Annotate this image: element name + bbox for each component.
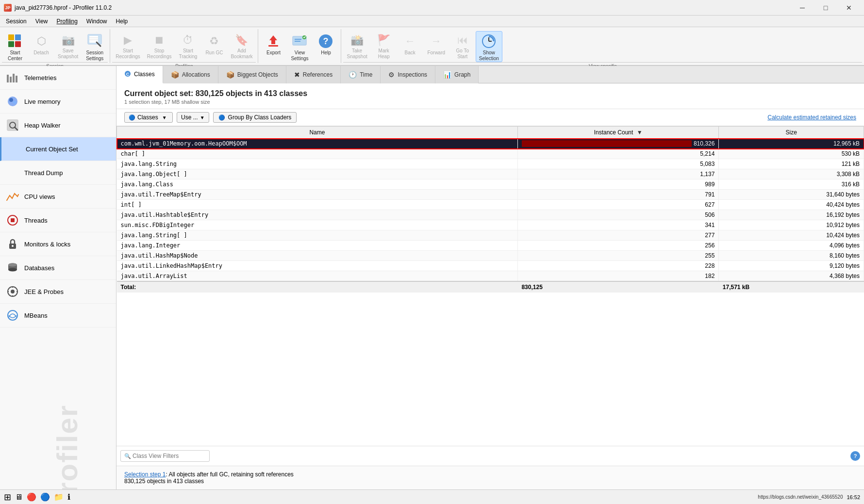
telemetries-icon (6, 71, 19, 84)
sidebar-item-cpu-views[interactable]: CPU views (0, 185, 116, 209)
sidebar-item-heap-walker[interactable]: Heap Walker (0, 114, 116, 137)
tab-references[interactable]: ✖ References (286, 66, 341, 83)
detach-button[interactable]: ⬡ Detach (28, 31, 54, 62)
start-tracking-icon: ⏱ (180, 33, 196, 47)
col-instance-count[interactable]: Instance Count ▼ (517, 127, 718, 139)
table-row[interactable]: java.util.LinkedHashMap$Entry2289,120 by… (117, 261, 864, 271)
export-button[interactable]: Export (260, 31, 286, 62)
sidebar-live-memory-label: Live memory (24, 98, 60, 105)
show-selection-button[interactable]: ShowSelection (476, 31, 502, 62)
table-cell-size: 31,640 bytes (719, 190, 864, 200)
sidebar-item-databases[interactable]: Databases (0, 256, 116, 280)
sidebar-item-monitors-locks[interactable]: Monitors & locks (0, 232, 116, 256)
sidebar-item-live-memory[interactable]: Live memory (0, 90, 116, 114)
table-cell-name: com.wml.jvm_01Memory.oom.HeapOOM$OOM (117, 139, 518, 149)
svg-rect-21 (13, 74, 15, 82)
taskbar-icon-4[interactable]: 📁 (54, 492, 64, 502)
table-row[interactable]: java.lang.Integer2564,096 bytes (117, 241, 864, 251)
table-row[interactable]: java.util.TreeMap$Entry79131,640 bytes (117, 190, 864, 200)
filter-help-button[interactable]: ? (850, 451, 860, 461)
status-bar: ⊞ 🖥 🔴 🔵 📁 ℹ https://blogs.csdn.net/weixi… (0, 489, 864, 504)
view-settings-button[interactable]: ViewSettings (286, 31, 313, 62)
classes-filter-select[interactable]: 🔵 Classes ▼ (124, 112, 173, 123)
add-bookmark-button[interactable]: 🔖 AddBookmark (227, 31, 256, 62)
session-settings-button[interactable]: SessionSettings (82, 31, 108, 62)
table-row[interactable]: int[ ]62740,424 bytes (117, 200, 864, 210)
table-row[interactable]: java.lang.String5,083121 kB (117, 159, 864, 169)
sidebar-item-thread-dump[interactable]: Thread Dump (0, 161, 116, 185)
tab-classes[interactable]: C Classes (116, 66, 163, 83)
run-gc-button[interactable]: ♻ Run GC (201, 31, 227, 62)
menu-view[interactable]: View (32, 17, 52, 26)
close-button[interactable]: ✕ (838, 0, 860, 16)
col-size[interactable]: Size (719, 127, 864, 139)
menu-profiling[interactable]: Profiling (53, 17, 82, 26)
taskbar-icon-3[interactable]: 🔵 (40, 492, 50, 502)
menu-session[interactable]: Session (2, 17, 31, 26)
use-filter-button[interactable]: Use ... ▼ (177, 112, 209, 123)
start-center-icon (7, 33, 23, 49)
menu-help[interactable]: Help (112, 17, 132, 26)
mark-heap-button[interactable]: 🚩 MarkHeap (371, 31, 397, 62)
heap-walker-icon (6, 118, 19, 132)
class-view-filters-input[interactable] (120, 450, 210, 462)
back-button[interactable]: ← Back (397, 31, 423, 62)
table-row[interactable]: java.util.HashMap$Node2558,160 bytes (117, 251, 864, 261)
minimize-button[interactable]: ─ (791, 0, 814, 16)
help-button[interactable]: ? Help (313, 31, 339, 62)
take-snapshot-icon: 📸 (349, 33, 365, 47)
tab-biggest-objects[interactable]: 📦 Biggest Objects (218, 66, 286, 83)
table-cell-name: java.lang.String (117, 159, 518, 169)
filter-bar: 🔵 Classes ▼ Use ... ▼ 🔵 Group By Class L… (116, 109, 864, 126)
sidebar-watermark-area: jprofiler (0, 327, 116, 489)
taskbar-icon-5[interactable]: ℹ (67, 492, 70, 502)
table-row[interactable]: java.lang.Object[ ]1,1373,308 kB (117, 169, 864, 179)
table-row[interactable]: java.lang.Class989316 kB (117, 179, 864, 190)
sidebar-item-mbeans[interactable]: MBeans (0, 304, 116, 327)
table-row[interactable]: sun.misc.FDBigInteger34110,912 bytes (117, 220, 864, 230)
maximize-button[interactable]: □ (814, 0, 837, 16)
go-to-start-button[interactable]: ⏮ Go ToStart (449, 31, 476, 62)
tab-allocations[interactable]: 📦 Allocations (163, 66, 218, 83)
sidebar-jee-probes-label: JEE & Probes (24, 288, 64, 295)
forward-button[interactable]: → Forward (423, 31, 449, 62)
classes-filter-dropdown-icon: ▼ (162, 115, 167, 120)
take-snapshot-button[interactable]: 📸 TakeSnapshot (343, 31, 370, 62)
sidebar-item-threads[interactable]: Threads (0, 209, 116, 232)
sidebar-item-telemetries[interactable]: Telemetries (0, 66, 116, 90)
sidebar-item-current-object-set[interactable]: Current Object Set (0, 137, 116, 161)
table-cell-size: 10,424 bytes (719, 230, 864, 241)
title-bar-content: JP java_pid27736.hprof - JProfiler 11.0.… (4, 4, 112, 12)
cpu-views-icon (6, 190, 19, 203)
selection-step-link[interactable]: Selection step 1 (124, 471, 166, 478)
tab-time[interactable]: 🕐 Time (341, 66, 381, 83)
start-button-icon[interactable]: ⊞ (4, 492, 11, 503)
svg-rect-9 (268, 45, 278, 47)
menu-window[interactable]: Window (83, 17, 111, 26)
tab-graph[interactable]: 📊 Graph (435, 66, 479, 83)
table-row[interactable]: java.util.Hashtable$Entry50616,192 bytes (117, 210, 864, 220)
start-tracking-button[interactable]: ⏱ StartTracking (175, 31, 201, 62)
start-recordings-button[interactable]: ▶ StartRecordings (112, 31, 144, 62)
sidebar-item-jee-probes[interactable]: JEE & Probes (0, 280, 116, 304)
live-memory-icon (6, 95, 19, 108)
taskbar-icon-1[interactable]: 🖥 (15, 493, 23, 502)
taskbar-icon-2[interactable]: 🔴 (27, 492, 36, 502)
calculate-retained-sizes-link[interactable]: Calculate estimated retained sizes (767, 114, 856, 121)
selection-count-line: 830,125 objects in 413 classes (124, 478, 856, 485)
svg-rect-2 (8, 41, 14, 47)
col-name[interactable]: Name (117, 127, 518, 139)
stop-recordings-button[interactable]: ⏹ StopRecordings (144, 31, 175, 62)
save-snapshot-button[interactable]: 📷 SaveSnapshot (54, 31, 82, 62)
table-row[interactable]: java.util.ArrayList1824,368 bytes (117, 271, 864, 282)
table-cell-size: 40,424 bytes (719, 200, 864, 210)
table-row[interactable]: char[ ]5,214530 kB (117, 149, 864, 159)
content-area: C Classes 📦 Allocations 📦 Biggest Object… (116, 66, 864, 489)
table-row[interactable]: java.lang.String[ ]27710,424 bytes (117, 230, 864, 241)
tab-inspections[interactable]: ⚙ Inspections (381, 66, 435, 83)
table-row[interactable]: com.wml.jvm_01Memory.oom.HeapOOM$OOM810,… (117, 139, 864, 149)
session-settings-label: SessionSettings (86, 50, 103, 62)
start-center-button[interactable]: Start Center (2, 31, 28, 62)
group-by-button[interactable]: 🔵 Group By Class Loaders (213, 112, 297, 123)
start-recordings-icon: ▶ (120, 33, 136, 47)
